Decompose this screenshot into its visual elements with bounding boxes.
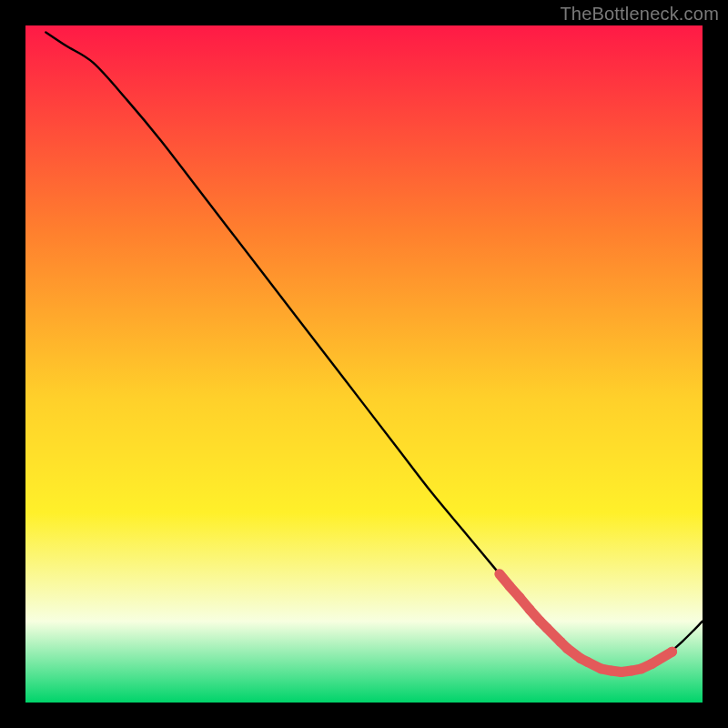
- bottleneck-chart: [0, 0, 728, 728]
- watermark-text: TheBottleneck.com: [560, 4, 719, 25]
- plot-area: [25, 25, 703, 703]
- chart-frame: TheBottleneck.com: [0, 0, 728, 728]
- marker-dot: [667, 647, 677, 657]
